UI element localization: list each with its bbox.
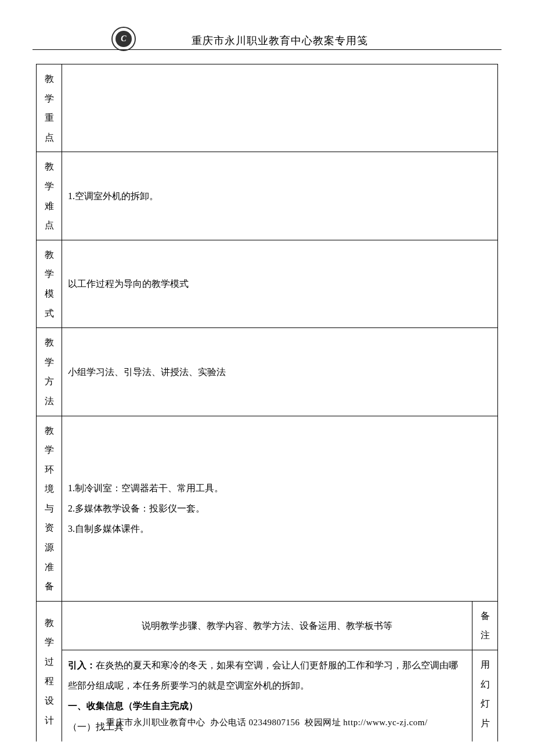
label-char: 学 bbox=[42, 177, 56, 196]
resource-line: 2.多媒体教学设备：投影仪一套。 bbox=[68, 498, 492, 519]
label-mode: 教 学 模 式 bbox=[37, 240, 62, 327]
footer-url: http://www.yc-zj.com/ bbox=[343, 718, 427, 727]
label-char: 学 bbox=[42, 352, 56, 372]
label-char: 重 bbox=[42, 108, 56, 128]
row-process-header: 教 学 过 程 设 计 说明教学步骤、教学内容、教学方法、设备运用、教学板书等 … bbox=[37, 601, 498, 650]
label-char: 教 bbox=[42, 69, 56, 89]
process-line-intro: 引入：在炎热的夏天和寒冷的冬天，如果有空调，会让人们更舒服的工作和学习，那么空调… bbox=[68, 655, 466, 696]
label-char: 备 bbox=[42, 577, 56, 596]
label-char: 教 bbox=[42, 421, 56, 441]
resource-line: 3.自制多媒体课件。 bbox=[68, 519, 492, 539]
label-char: 准 bbox=[42, 557, 56, 577]
label-resources: 教 学 环 境 与 资 源 准 备 bbox=[37, 416, 62, 601]
resource-line: 1.制冷训室：空调器若干、常用工具。 bbox=[68, 478, 492, 498]
label-char: 环 bbox=[42, 460, 56, 480]
label-difficulty: 教 学 难 点 bbox=[37, 152, 62, 240]
note-header: 备 注 bbox=[472, 601, 498, 650]
label-char: 方 bbox=[42, 372, 56, 391]
lesson-plan-table: 教 学 重 点 教 学 难 点 1.空调室外机的拆卸。 教 学 模 式 以工作过… bbox=[36, 64, 498, 741]
label-char: 点 bbox=[42, 215, 56, 235]
label-char: 程 bbox=[42, 671, 56, 691]
note-char: 幻 bbox=[478, 675, 492, 694]
label-char: 学 bbox=[42, 264, 56, 284]
row-difficulty: 教 学 难 点 1.空调室外机的拆卸。 bbox=[37, 152, 498, 240]
row-method: 教 学 方 法 小组学习法、引导法、讲授法、实验法 bbox=[37, 328, 498, 416]
page-header-title: 重庆市永川职业教育中心教案专用笺 bbox=[192, 34, 368, 48]
footer-phone-label: 办公电话 bbox=[210, 718, 246, 727]
label-char: 式 bbox=[42, 304, 56, 323]
content-mode: 以工作过程为导向的教学模式 bbox=[62, 240, 498, 327]
school-logo-icon: C bbox=[111, 27, 136, 51]
content-difficulty: 1.空调室外机的拆卸。 bbox=[62, 152, 498, 240]
label-char: 源 bbox=[42, 538, 56, 557]
label-char: 资 bbox=[42, 518, 56, 538]
content-resources: 1.制冷训室：空调器若干、常用工具。 2.多媒体教学设备：投影仪一套。 3.自制… bbox=[62, 416, 498, 601]
label-method: 教 学 方 法 bbox=[37, 328, 62, 416]
label-char: 学 bbox=[42, 89, 56, 109]
header-divider bbox=[33, 49, 501, 50]
intro-text: 在炎热的夏天和寒冷的冬天，如果有空调，会让人们更舒服的工作和学习，那么空调由哪些… bbox=[68, 660, 458, 690]
note-char: 注 bbox=[478, 625, 492, 645]
page-footer: 重庆市永川职业教育中心 办公电话 02349807156 校园网址 http:/… bbox=[0, 717, 534, 728]
process-line-section: 一、收集信息（学生自主完成） bbox=[68, 696, 466, 716]
process-header: 说明教学步骤、教学内容、教学方法、设备运用、教学板书等 bbox=[62, 601, 472, 650]
label-char: 教 bbox=[42, 157, 56, 177]
label-char: 境 bbox=[42, 479, 56, 499]
row-resources: 教 学 环 境 与 资 源 准 备 1.制冷训室：空调器若干、常用工具。 2.多… bbox=[37, 416, 498, 601]
intro-prefix: 引入： bbox=[68, 660, 96, 670]
label-char: 过 bbox=[42, 652, 56, 672]
label-char: 设 bbox=[42, 691, 56, 711]
label-char: 教 bbox=[42, 613, 56, 633]
footer-phone: 02349807156 bbox=[249, 718, 300, 727]
label-char: 学 bbox=[42, 632, 56, 652]
note-char: 用 bbox=[478, 655, 492, 675]
row-key-point: 教 学 重 点 bbox=[37, 64, 498, 152]
label-char: 难 bbox=[42, 196, 56, 216]
footer-url-label: 校园网址 bbox=[305, 718, 341, 727]
label-char: 模 bbox=[42, 284, 56, 304]
content-key-point bbox=[62, 64, 498, 152]
label-key-point: 教 学 重 点 bbox=[37, 64, 62, 152]
label-char: 教 bbox=[42, 245, 56, 265]
label-char: 学 bbox=[42, 440, 56, 460]
footer-org: 重庆市永川职业教育中心 bbox=[106, 718, 205, 727]
note-char: 备 bbox=[478, 606, 492, 626]
content-method: 小组学习法、引导法、讲授法、实验法 bbox=[62, 328, 498, 416]
note-char: 灯 bbox=[478, 694, 492, 714]
label-char: 教 bbox=[42, 333, 56, 352]
label-char: 法 bbox=[42, 391, 56, 411]
label-char: 点 bbox=[42, 128, 56, 147]
row-mode: 教 学 模 式 以工作过程为导向的教学模式 bbox=[37, 240, 498, 327]
label-char: 与 bbox=[42, 499, 56, 519]
